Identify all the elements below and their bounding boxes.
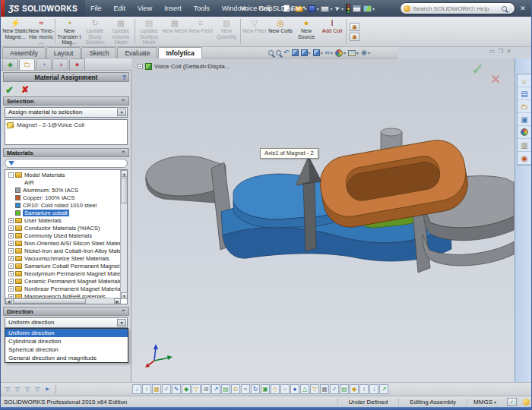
expand-icon[interactable]: + — [8, 286, 14, 292]
restore-button[interactable]: ▫ — [503, 5, 514, 12]
tree-item-conductor-materials-iacs[interactable]: +Conductor Materials (%IACS) — [7, 224, 121, 232]
tree-item-copper-100-iacs[interactable]: Copper: 100% IACS — [7, 194, 121, 201]
expand-icon[interactable]: + — [8, 271, 14, 276]
direction-option-cylindrical-direction[interactable]: Cylindrical direction — [5, 337, 128, 345]
graphics-area[interactable]: + Voice Coil (Default<Displa... ✓ ✕ Axis… — [131, 58, 515, 382]
confirm-corner-cancel-icon[interactable]: ✕ — [491, 72, 501, 87]
ribbon-update-surface-mesh-button[interactable]: ▤Update Surface Mesh — [136, 17, 162, 46]
solidworks-forum-icon[interactable]: ◉ — [518, 152, 531, 165]
materials-filter-box[interactable] — [5, 159, 128, 168]
ribbon-new-field-button[interactable]: ≡New Field — [188, 17, 214, 46]
ribbon-new-quantity-button[interactable]: ▥New Quantity — [214, 17, 239, 46]
appearances-scenes-icon[interactable] — [518, 126, 531, 139]
ems-tool-22-icon[interactable]: ▤ — [340, 384, 349, 394]
ems-tool-1-icon[interactable]: ↓ — [132, 384, 141, 394]
direction-combo[interactable]: Uniform direction ▾ — [5, 317, 128, 328]
tree-item-neodymium-permanent-magnet-materials[interactable]: +Neodymium Permanent Magnet Materials — [7, 270, 121, 277]
menu-file[interactable]: File — [85, 2, 107, 14]
zoom-area-icon[interactable] — [276, 50, 281, 55]
solidworks-resources-icon[interactable]: ⌂ — [518, 74, 531, 87]
collapse-icon[interactable]: ⌃ — [121, 97, 125, 106]
ems-tool-8-icon[interactable]: ⊞ — [201, 384, 211, 394]
expand-icon[interactable]: + — [8, 233, 14, 238]
hide-show-items-icon[interactable]: ∞▾ — [325, 49, 333, 57]
tree-item-samarium-cobalt-permanent-magnet-materials[interactable]: +Samarium Cobalt Permanent Magnet Materi… — [7, 262, 121, 270]
section-view-icon[interactable] — [292, 49, 299, 56]
featuremanager-tree-tab[interactable]: ◈ — [2, 58, 18, 70]
ems-properties-icon[interactable]: ▣ — [350, 33, 359, 41]
ems-tool-11-icon[interactable]: Ω — [231, 384, 240, 394]
ems-tool-17-icon[interactable]: ● — [290, 384, 299, 394]
display-style-icon[interactable]: ▾ — [313, 49, 323, 56]
chevron-down-icon[interactable]: ▾ — [117, 109, 126, 116]
direction-option-uniform-direction[interactable]: Uniform direction — [5, 329, 128, 337]
ribbon-new-transient-magnetic-study-button[interactable]: ◔New Transien t Mag... — [56, 17, 82, 46]
tree-item-aluminum-50-iacs[interactable]: Aluminum: 50% IACS — [7, 186, 121, 194]
filter-edges-icon[interactable]: ▽ — [13, 384, 22, 394]
ribbon-new-static-magnetic-study-button[interactable]: ⚡New Static Magne... — [2, 17, 28, 46]
tree-item-cr10-cold-rolled-1010-steel[interactable]: CR10: Cold rolled 1010 steel — [7, 201, 121, 209]
previous-view-icon[interactable]: ↶ — [283, 49, 290, 57]
filter-clear-icon[interactable]: ▽ — [33, 384, 42, 394]
scroll-thumb[interactable] — [13, 298, 86, 304]
expand-icon[interactable]: + — [8, 279, 14, 284]
units-selector[interactable]: MMGS ▾ — [467, 399, 502, 405]
minimize-button[interactable]: – — [489, 5, 499, 12]
options-window-icon[interactable] — [353, 5, 361, 12]
tree-item-ceramic-permanent-magnet-materials[interactable]: +Ceramic Permanent Magnet Materials — [7, 277, 121, 285]
ribbon-new-filter-button[interactable]: ▽New Filter — [242, 17, 268, 46]
tree-item-nonlinear-permanent-magnet-materials[interactable]: +Nonlinear Permanent Magnet Materials — [7, 285, 121, 292]
tree-item-air[interactable]: AIR — [7, 178, 121, 186]
menu-edit[interactable]: Edit — [108, 2, 131, 14]
expand-icon[interactable]: − — [8, 172, 14, 178]
selection-section-header[interactable]: Selection ⌃ — [3, 96, 129, 106]
tab-evaluate[interactable]: Evaluate — [117, 47, 157, 58]
custom-properties-icon[interactable]: ▥ — [518, 139, 531, 152]
ems-tool-9-icon[interactable]: ↗ — [211, 384, 220, 394]
tab-sketch[interactable]: Sketch — [81, 47, 116, 58]
expand-icon[interactable]: + — [8, 241, 14, 246]
propertymanager-tab[interactable]: 🗀 — [19, 58, 35, 70]
ribbon-new-time-harmonic-study-button[interactable]: ≈New Time-Har monic ... — [28, 17, 54, 46]
menu-view[interactable]: View — [132, 2, 157, 14]
edit-appearance-icon[interactable]: ▾ — [335, 49, 346, 57]
ems-tool-5-icon[interactable]: ✎ — [172, 384, 181, 394]
direction-option-general-direction-and-magnitude[interactable]: General direction and magnitude — [5, 354, 128, 362]
ems-tool-24-icon[interactable]: ↕ — [359, 384, 369, 394]
select-cursor-icon[interactable]: ➤▾ — [334, 5, 344, 12]
ribbon-new-source-button[interactable]: ●New Source — [293, 17, 319, 46]
doc-close-icon[interactable]: ✕ — [506, 48, 511, 55]
ems-tool-20-icon[interactable]: ▦ — [320, 384, 329, 394]
tree-item-nickel-iron-and-cobalt-iron-alloy-materials[interactable]: +Nickel-Iron and Cobalt-Iron Alloy Mater… — [7, 247, 121, 254]
ems-tool-25-icon[interactable]: ↓ — [369, 384, 378, 394]
tree-item-commonly-used-materials[interactable]: +Commonly Used Materials — [7, 232, 121, 239]
ems-tool-10-icon[interactable]: ▤ — [221, 384, 230, 394]
ems-tool-19-icon[interactable]: ▽ — [310, 384, 319, 394]
design-library-icon[interactable]: ▤ — [518, 87, 531, 100]
tree-item-vacuumschmelze-steel-materials[interactable]: +Vacuumschmelze Steel Materials — [7, 254, 121, 262]
ems-tool-4-icon[interactable]: ✓ — [162, 384, 171, 394]
zoom-fit-icon[interactable] — [268, 50, 274, 55]
expand-icon[interactable]: + — [8, 248, 14, 254]
select-arrow-icon[interactable]: ➤ — [43, 384, 52, 394]
configurationmanager-tab[interactable]: ◔ — [36, 58, 52, 70]
tab-layout[interactable]: Layout — [46, 47, 81, 58]
voice-coil-model[interactable] — [131, 58, 515, 382]
ribbon-new-mesh-button[interactable]: ▦New Mesh — [162, 17, 188, 46]
direction-section-header[interactable]: Direction ⌃ — [3, 307, 129, 316]
quick-tips-icon[interactable] — [523, 399, 530, 405]
ems-browser-icon[interactable]: ▣ — [350, 23, 359, 31]
ems-tool-26-icon[interactable]: ↗ — [379, 384, 388, 394]
expand-icon[interactable]: + — [138, 64, 143, 69]
ems-tool-21-icon[interactable]: ✓ — [330, 384, 339, 394]
close-button[interactable]: ✕ — [518, 5, 528, 12]
expand-icon[interactable]: + — [8, 263, 14, 269]
tab-assembly[interactable]: Assembly — [2, 47, 46, 58]
selection-list[interactable]: Magnet - 2-1@Voice Coil — [5, 119, 128, 145]
ems-tool-23-icon[interactable]: ◆ — [350, 384, 359, 394]
scroll-left-icon[interactable]: ◀ — [5, 298, 12, 304]
ems-tool-2-icon[interactable]: ↕ — [142, 384, 151, 394]
collapse-icon[interactable]: ⌃ — [121, 308, 125, 316]
filter-faces-icon[interactable]: ▽ — [23, 384, 32, 394]
materials-tree[interactable]: −Model MaterialsAIRAluminum: 50% IACSCop… — [5, 169, 128, 304]
